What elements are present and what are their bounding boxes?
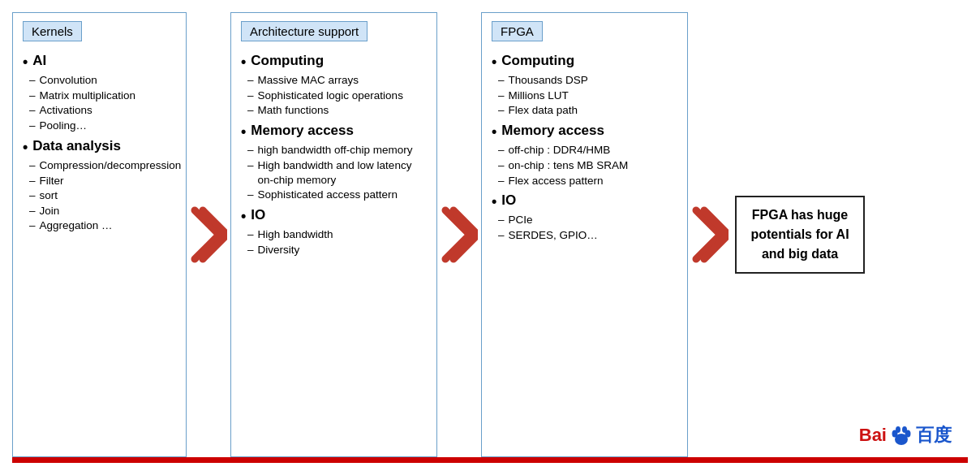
kernels-header: Kernels <box>23 21 82 41</box>
bullet-dot: • <box>241 123 246 141</box>
baidu-text-du: 百度 <box>916 423 952 447</box>
sub-item: –Massive MAC arrays <box>247 73 427 88</box>
arch-memory-section: • Memory access –high bandwidth off-chip… <box>241 123 427 202</box>
sub-item-text: Pooling… <box>40 119 88 133</box>
fpga-computing-sublist: –Thousands DSP –Millions LUT –Flex data … <box>498 73 677 118</box>
fpga-header: FPGA <box>492 21 543 41</box>
sub-item-text: Flex access pattern <box>509 174 604 188</box>
bullet-dot: • <box>241 207 246 226</box>
fpga-io-label: IO <box>501 192 516 209</box>
baidu-text-bai: Bai <box>859 425 887 446</box>
sub-item-text: Activations <box>40 103 92 118</box>
sub-item-text: Massive MAC arrays <box>258 73 359 88</box>
fpga-computing-bullet: • Computing <box>492 53 677 71</box>
fpga-computing-section: • Computing –Thousands DSP –Millions LUT… <box>492 53 677 118</box>
arch-io-sublist: –High bandwidth –Diversity <box>247 227 427 257</box>
arch-computing-sublist: –Massive MAC arrays –Sophisticated logic… <box>247 73 427 118</box>
arrow-chevron-icon <box>190 206 227 263</box>
sub-item-text: Filter <box>40 174 64 188</box>
sub-item-text: high bandwidth off-chip memory <box>258 143 413 158</box>
arch-io-section: • IO –High bandwidth –Diversity <box>241 207 427 257</box>
fpga-column: FPGA • Computing –Thousands DSP –Million… <box>481 12 688 457</box>
bullet-dot: • <box>23 53 28 71</box>
fpga-memory-bullet: • Memory access <box>492 123 677 141</box>
sub-item-text: Sophisticated access pattern <box>258 188 398 202</box>
bullet-dot: • <box>23 138 28 157</box>
sub-item: –on-chip : tens MB SRAM <box>498 158 677 173</box>
sub-item-text: Sophisticated logic operations <box>258 89 403 103</box>
sub-item: –SERDES, GPIO… <box>498 228 677 243</box>
fpga-io-section: • IO –PCIe –SERDES, GPIO… <box>492 192 677 242</box>
arch-memory-label: Memory access <box>251 123 354 139</box>
sub-item-text: Math functions <box>258 103 329 118</box>
arch-memory-sublist: –high bandwidth off-chip memory –High ba… <box>247 143 427 201</box>
sub-item-text: Thousands DSP <box>509 73 588 88</box>
sub-item: –Filter <box>29 174 176 188</box>
kernels-ai-bullet: • AI <box>23 53 176 71</box>
kernels-data-sublist: –Compression/decompression –Filter –sort… <box>29 158 176 233</box>
sub-item-text: High bandwidth <box>258 227 333 242</box>
sub-item-text: Diversity <box>258 243 300 257</box>
kernels-ai-sublist: –Convolution –Matrix multiplication –Act… <box>29 73 176 132</box>
sub-item-text: Matrix multiplication <box>40 89 136 103</box>
kernels-data-bullet: • Data analysis <box>23 138 176 157</box>
arch-computing-section: • Computing –Massive MAC arrays –Sophist… <box>241 53 427 118</box>
arch-memory-bullet: • Memory access <box>241 123 427 141</box>
sub-item-text: PCIe <box>509 213 533 227</box>
result-box: FPGA has huge potentials for AI and big … <box>735 196 865 274</box>
sub-item: –Convolution <box>29 73 176 88</box>
arch-io-label: IO <box>251 207 265 223</box>
sub-item: –off-chip : DDR4/HMB <box>498 143 677 158</box>
bottom-bar <box>12 457 968 463</box>
arrow-3 <box>688 12 732 457</box>
bullet-dot: • <box>492 192 496 211</box>
sub-item-text: Join <box>40 204 60 218</box>
sub-item-text: SERDES, GPIO… <box>509 228 598 243</box>
sub-item: –Math functions <box>247 103 427 118</box>
sub-item-text: Aggregation … <box>40 218 113 233</box>
sub-item: –High bandwidth <box>247 227 427 242</box>
kernels-ai-section: • AI –Convolution –Matrix multiplication… <box>23 53 176 133</box>
sub-item-text: Flex data path <box>509 103 578 118</box>
sub-item: –sort <box>29 188 176 203</box>
arch-column: Architecture support • Computing –Massiv… <box>230 12 437 457</box>
fpga-io-sublist: –PCIe –SERDES, GPIO… <box>498 213 677 242</box>
sub-item: –Matrix multiplication <box>29 89 176 103</box>
arrow-chevron-icon-2 <box>441 206 478 263</box>
kernels-data-section: • Data analysis –Compression/decompressi… <box>23 138 176 233</box>
fpga-io-bullet: • IO <box>492 192 677 211</box>
kernels-column: Kernels • AI –Convolution –Matrix multip… <box>12 12 187 457</box>
kernels-data-label: Data analysis <box>32 138 121 154</box>
result-text: FPGA has huge potentials for AI and big … <box>746 205 853 264</box>
sub-item: –Millions LUT <box>498 89 677 103</box>
fpga-memory-section: • Memory access –off-chip : DDR4/HMB –on… <box>492 123 677 188</box>
sub-item: –Compression/decompression <box>29 158 176 173</box>
fpga-memory-label: Memory access <box>501 123 604 139</box>
kernels-ai-label: AI <box>32 53 46 69</box>
svg-point-3 <box>896 426 900 433</box>
sub-item: –Activations <box>29 103 176 118</box>
bullet-dot: • <box>492 53 496 71</box>
arrow-2 <box>437 12 481 457</box>
sub-item-text: Millions LUT <box>509 89 569 103</box>
sub-item: –High bandwidth and low latency on-chip … <box>247 158 427 187</box>
sub-item: –Aggregation … <box>29 218 176 233</box>
sub-item-text: sort <box>40 188 58 203</box>
arrow-chevron-icon-3 <box>691 206 729 263</box>
sub-item: –high bandwidth off-chip memory <box>247 143 427 158</box>
sub-item: –Pooling… <box>29 119 176 133</box>
sub-item: –Flex data path <box>498 103 677 118</box>
sub-item: –Sophisticated access pattern <box>247 188 427 202</box>
svg-point-4 <box>902 426 907 433</box>
baidu-logo: Bai 百度 <box>859 423 952 447</box>
arch-computing-label: Computing <box>251 53 324 69</box>
arch-header: Architecture support <box>241 21 368 41</box>
sub-item: –Diversity <box>247 243 427 257</box>
sub-item: –PCIe <box>498 213 677 227</box>
fpga-computing-label: Computing <box>501 53 574 69</box>
fpga-memory-sublist: –off-chip : DDR4/HMB –on-chip : tens MB … <box>498 143 677 188</box>
bullet-dot: • <box>492 123 496 141</box>
sub-item-text: High bandwidth and low latency on-chip m… <box>258 158 427 187</box>
arrow-1 <box>187 12 230 457</box>
sub-item-text: Convolution <box>40 73 97 88</box>
